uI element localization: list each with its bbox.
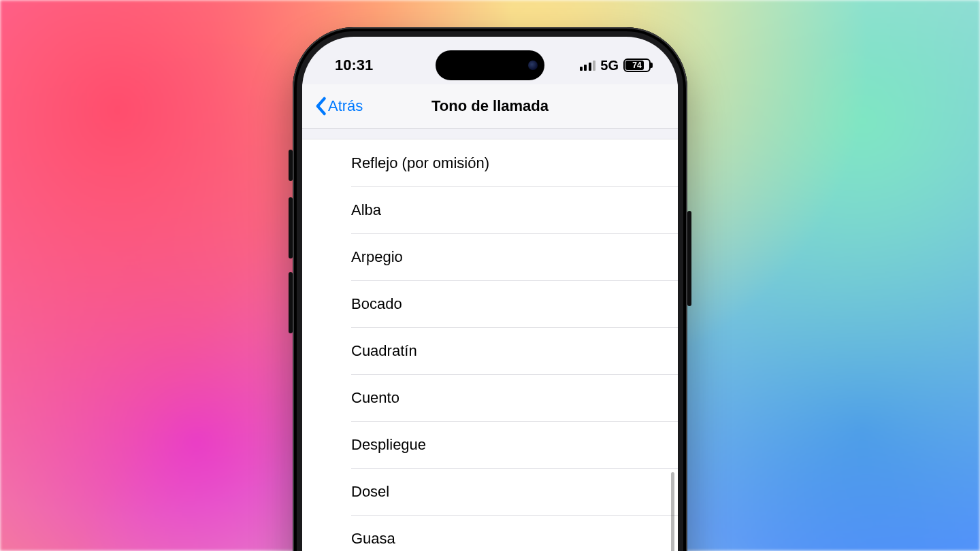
ringtone-label: Arpegio — [351, 248, 403, 266]
ringtone-row[interactable]: Dosel — [302, 468, 678, 515]
ringtone-row[interactable]: Bocado — [302, 280, 678, 327]
ringtone-label: Bocado — [351, 295, 402, 313]
phone-screen: 10:31 5G 74 Atrás Tono de llamada — [302, 37, 678, 551]
phone-side-button — [289, 150, 293, 181]
cellular-signal-icon — [580, 60, 596, 71]
ringtone-list-scroll[interactable]: Reflejo (por omisión) Alba Arpegio Bocad… — [302, 128, 678, 551]
ringtone-list: Reflejo (por omisión) Alba Arpegio Bocad… — [302, 139, 678, 551]
ringtone-row[interactable]: Cuento — [302, 374, 678, 421]
status-right-cluster: 5G 74 — [580, 58, 651, 73]
ringtone-label: Despliegue — [351, 436, 426, 454]
front-camera-icon — [528, 61, 538, 70]
battery-icon: 74 — [623, 59, 651, 72]
ringtone-row[interactable]: Guasa — [302, 515, 678, 551]
scroll-indicator — [671, 472, 674, 551]
back-button-label: Atrás — [328, 97, 363, 115]
phone-side-button — [687, 211, 691, 306]
chevron-left-icon — [314, 97, 327, 116]
phone-side-button — [289, 197, 293, 258]
ringtone-label: Alba — [351, 201, 381, 219]
phone-frame: 10:31 5G 74 Atrás Tono de llamada — [293, 27, 687, 551]
status-time: 10:31 — [335, 56, 373, 74]
battery-percent: 74 — [625, 61, 649, 70]
phone-side-button — [289, 272, 293, 333]
ringtone-row[interactable]: Alba — [302, 186, 678, 233]
ringtone-row[interactable]: Arpegio — [302, 233, 678, 280]
back-button[interactable]: Atrás — [314, 97, 363, 116]
navigation-bar: Atrás Tono de llamada — [302, 84, 678, 129]
ringtone-row[interactable]: Cuadratín — [302, 327, 678, 374]
network-label: 5G — [600, 58, 619, 73]
ringtone-row[interactable]: Reflejo (por omisión) — [302, 139, 678, 186]
ringtone-label: Cuento — [351, 389, 399, 407]
ringtone-label: Guasa — [351, 530, 395, 548]
page-title: Tono de llamada — [431, 97, 549, 115]
ringtone-row[interactable]: Despliegue — [302, 421, 678, 468]
dynamic-island — [436, 50, 544, 80]
ringtone-label: Dosel — [351, 483, 389, 501]
ringtone-label: Reflejo (por omisión) — [351, 154, 489, 172]
ringtone-label: Cuadratín — [351, 342, 417, 360]
